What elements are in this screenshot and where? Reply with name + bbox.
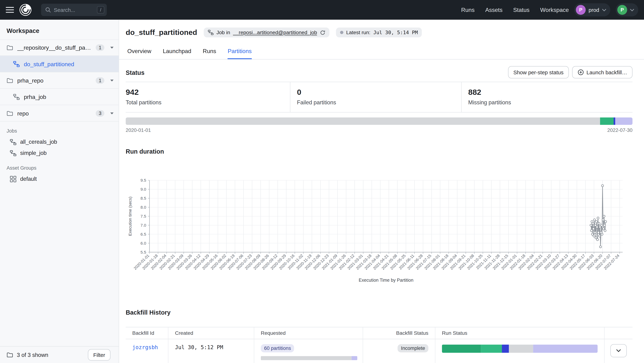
- workspace-tree: __repository__do_stuff_partitio... 1 do_…: [0, 40, 119, 346]
- bar-segment: [614, 118, 615, 125]
- svg-text:7.5: 7.5: [140, 214, 146, 218]
- stat-total-partitions: 942 Total partitions: [126, 82, 290, 112]
- expand-cell: [604, 339, 633, 363]
- dagster-logo[interactable]: [19, 4, 32, 16]
- launch-backfill-button[interactable]: Launch backfill…: [572, 66, 632, 78]
- col-header-expand: [604, 328, 633, 339]
- run-duration-chart: 5.56.06.57.07.58.08.59.09.52020-01-01202…: [126, 177, 624, 288]
- page-header: do_stuff_partitioned Job in __reposi...a…: [126, 20, 632, 40]
- backfill-id-cell: jozrgsbh: [126, 339, 168, 363]
- nav-runs[interactable]: Runs: [461, 7, 475, 13]
- user-menu[interactable]: P: [616, 3, 638, 16]
- nav-assets[interactable]: Assets: [485, 7, 502, 13]
- sidebar-item-all-cereals-job[interactable]: all_cereals_job: [0, 136, 119, 148]
- run-status-bar: [442, 345, 598, 353]
- refresh-icon[interactable]: [320, 30, 325, 35]
- latest-run-pill: Latest run: Jul 30, 5:14 PM: [336, 28, 422, 38]
- sidebar-title: Workspace: [0, 20, 119, 40]
- sidebar-item-repository-do-stuff[interactable]: __repository__do_stuff_partitio... 1: [0, 40, 119, 56]
- status-actions: Show per-step status Launch backfill…: [508, 66, 632, 78]
- search-input[interactable]: [54, 7, 94, 13]
- caret-down-icon[interactable]: [110, 79, 114, 82]
- latest-run-link[interactable]: Jul 30, 5:14 PM: [373, 30, 418, 35]
- svg-text:9.5: 9.5: [140, 178, 146, 182]
- deployment-switcher[interactable]: P prod: [574, 3, 610, 16]
- shown-count: 3 of 3 shown: [17, 352, 48, 358]
- job-tabs: Overview Launchpad Runs Partitions: [119, 44, 644, 60]
- expand-row-button[interactable]: [610, 344, 627, 357]
- search-shortcut-key: /: [97, 6, 104, 14]
- job-origin-pill: Job in __reposi...artitioned@partitioned…: [204, 28, 329, 38]
- sidebar-item-label: prha_job: [24, 93, 46, 100]
- stat-label: Total partitions: [126, 100, 290, 106]
- svg-text:5.5: 5.5: [140, 250, 146, 254]
- job-origin-prefix: Job in: [216, 30, 230, 35]
- chevron-down-icon: [630, 8, 634, 11]
- sidebar-item-label: __repository__do_stuff_partitio...: [17, 44, 92, 51]
- requested-partitions-tag[interactable]: 60 partitions: [261, 344, 294, 352]
- job-icon: [208, 30, 214, 35]
- top-navbar: / Runs Assets Status Workspace P prod P: [0, 0, 644, 20]
- sidebar-item-prha-repo[interactable]: prha_repo 1: [0, 72, 119, 89]
- partition-range-start: 2020-01-01: [126, 127, 151, 133]
- deployment-avatar: P: [576, 5, 586, 15]
- svg-text:7.0: 7.0: [140, 223, 146, 228]
- launch-backfill-label: Launch backfill…: [586, 69, 627, 75]
- sidebar-item-default-asset-group[interactable]: default: [0, 173, 119, 184]
- requested-range-end: 2022-07-30: [335, 362, 358, 363]
- tab-launchpad[interactable]: Launchpad: [163, 44, 191, 59]
- col-header-requested: Requested: [254, 328, 363, 339]
- partition-stats: 942 Total partitions 0 Failed partitions…: [126, 82, 632, 112]
- stat-label: Failed partitions: [297, 100, 461, 106]
- bar-segment: [615, 118, 632, 125]
- backfill-id-link[interactable]: jozrgsbh: [132, 344, 158, 350]
- stat-value: 882: [468, 88, 632, 97]
- svg-text:8.0: 8.0: [140, 205, 146, 210]
- sidebar-item-label: all_cereals_job: [20, 139, 57, 145]
- tab-overview[interactable]: Overview: [127, 44, 151, 59]
- stat-failed-partitions: 0 Failed partitions: [290, 82, 462, 112]
- jobs-section-label: Jobs: [0, 122, 119, 136]
- caret-down-icon[interactable]: [110, 112, 114, 114]
- deployment-name: prod: [588, 7, 599, 13]
- bar-segment: [533, 345, 598, 353]
- menu-button[interactable]: [6, 7, 14, 13]
- col-header-run-status: Run Status: [435, 328, 604, 339]
- stat-value: 0: [297, 88, 461, 97]
- svg-text:8.5: 8.5: [140, 196, 146, 200]
- count-badge: 3: [96, 110, 104, 116]
- backfill-status-badge: Incomplete: [398, 344, 428, 352]
- bar-segment: [509, 345, 533, 353]
- search-box[interactable]: /: [41, 4, 107, 16]
- col-header-created: Created: [168, 328, 254, 339]
- nav-status[interactable]: Status: [513, 7, 530, 13]
- filter-button[interactable]: Filter: [88, 349, 110, 361]
- svg-text:6.0: 6.0: [140, 241, 146, 246]
- dagster-logo-icon: [19, 4, 32, 16]
- job-icon: [10, 139, 16, 145]
- caret-down-icon[interactable]: [110, 46, 114, 49]
- sidebar-item-simple-job[interactable]: simple_job: [0, 148, 119, 159]
- sidebar-item-do-stuff-partitioned[interactable]: do_stuff_partitioned: [0, 56, 119, 72]
- app-window: / Runs Assets Status Workspace P prod P …: [0, 0, 644, 363]
- search-icon: [45, 7, 51, 13]
- page-title: do_stuff_partitioned: [126, 28, 197, 37]
- job-origin-link[interactable]: __reposi...artitioned@partitioned_job: [233, 30, 317, 35]
- sidebar-item-label: simple_job: [20, 150, 46, 156]
- asset-group-icon: [10, 176, 16, 182]
- sidebar-item-prha-job[interactable]: prha_job: [0, 89, 119, 105]
- svg-text:9.0: 9.0: [140, 187, 146, 192]
- nav-workspace[interactable]: Workspace: [540, 7, 569, 13]
- status-header-row: Status Show per-step status Launch backf…: [126, 66, 632, 78]
- plus-circle-icon: [578, 69, 584, 76]
- show-per-step-status-button[interactable]: Show per-step status: [508, 66, 569, 78]
- col-header-backfill-id: Backfill Id: [126, 328, 168, 339]
- sidebar-item-repo[interactable]: repo 3: [0, 105, 119, 122]
- count-badge: 1: [96, 44, 104, 51]
- bar-segment: [126, 118, 600, 125]
- main-content: do_stuff_partitioned Job in __reposi...a…: [119, 20, 644, 363]
- status-dot: [340, 31, 343, 34]
- tab-runs[interactable]: Runs: [203, 44, 216, 59]
- tab-partitions[interactable]: Partitions: [228, 44, 252, 59]
- job-icon: [10, 150, 16, 156]
